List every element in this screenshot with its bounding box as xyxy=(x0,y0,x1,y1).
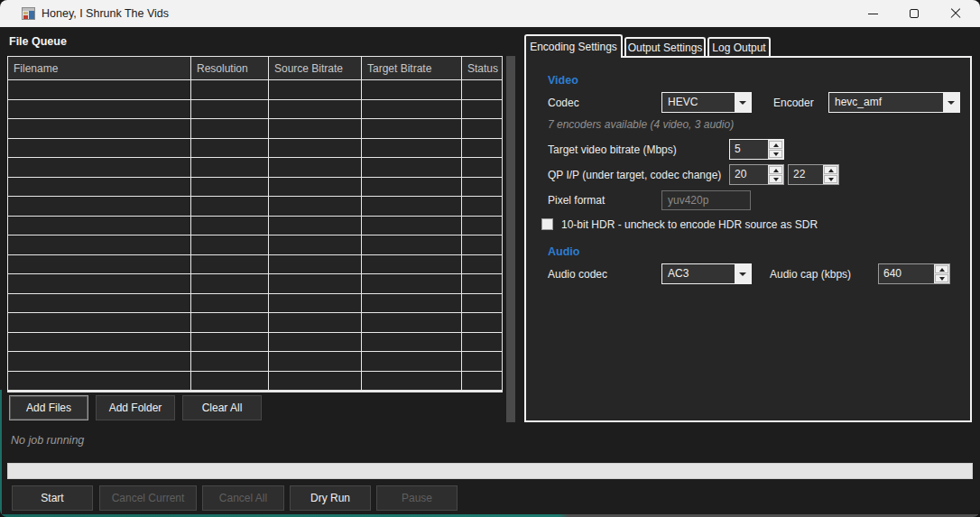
queue-empty-cell xyxy=(269,158,361,177)
queue-empty-cell xyxy=(191,100,268,119)
queue-empty-cell xyxy=(462,235,502,254)
queue-empty-cell xyxy=(8,217,190,235)
stepper-up-icon[interactable] xyxy=(769,166,782,174)
queue-empty-cell xyxy=(462,217,502,235)
start-button[interactable]: Start xyxy=(12,485,93,511)
queue-empty-cell xyxy=(462,80,502,99)
app-icon xyxy=(22,6,36,21)
file-queue-title: File Queue xyxy=(9,35,67,48)
queue-empty-cell xyxy=(462,178,502,197)
column-header-status[interactable]: Status xyxy=(462,57,502,79)
queue-empty-cell xyxy=(8,80,190,99)
pixel-format-label: Pixel format xyxy=(548,194,605,207)
queue-empty-cell xyxy=(269,235,361,254)
add-folder-button[interactable]: Add Folder xyxy=(96,395,175,420)
queue-empty-cell xyxy=(462,294,502,313)
clear-all-button[interactable]: Clear All xyxy=(182,395,262,420)
app-window: Honey, I Shrunk The Vids File Queue File… xyxy=(0,0,980,517)
queue-empty-cell xyxy=(269,333,361,352)
video-section-header: Video xyxy=(548,74,578,87)
panel-splitter[interactable] xyxy=(506,56,515,422)
audio-cap-label: Audio cap (kbps) xyxy=(770,268,851,281)
encoder-dropdown[interactable]: hevc_amf xyxy=(828,92,960,113)
codec-label: Codec xyxy=(548,97,579,109)
queue-empty-cell xyxy=(8,158,190,177)
job-status-text: No job running xyxy=(11,434,84,447)
queue-empty-cell xyxy=(8,274,190,293)
queue-empty-cell xyxy=(362,217,461,235)
stepper-up-icon[interactable] xyxy=(769,141,782,149)
hdr-checkbox-label: 10-bit HDR - uncheck to encode HDR sourc… xyxy=(561,218,818,231)
queue-empty-cell xyxy=(191,235,268,254)
queue-empty-cell xyxy=(462,274,502,293)
stepper-down-icon[interactable] xyxy=(935,274,948,282)
stepper-down-icon[interactable] xyxy=(824,175,837,183)
stepper-up-icon[interactable] xyxy=(824,166,837,174)
queue-empty-cell xyxy=(8,178,190,197)
qp-p-value: 22 xyxy=(789,165,823,184)
tab-encoding-settings[interactable]: Encoding Settings xyxy=(524,34,623,58)
desktop: Honey, I Shrunk The Vids File Queue File… xyxy=(0,0,980,517)
queue-empty-cell xyxy=(362,274,461,293)
hdr-checkbox[interactable] xyxy=(541,218,553,230)
queue-empty-cell xyxy=(191,372,268,391)
queue-empty-cell xyxy=(8,197,190,216)
queue-empty-cell xyxy=(8,372,190,391)
pixel-format-field: yuv420p xyxy=(661,190,751,210)
dry-run-button[interactable]: Dry Run xyxy=(290,485,371,511)
queue-empty-cell xyxy=(362,255,461,274)
column-header-resolution[interactable]: Resolution xyxy=(191,57,268,79)
queue-empty-cell xyxy=(362,119,461,138)
chevron-down-icon[interactable] xyxy=(943,93,959,112)
queue-empty-cell xyxy=(191,274,268,293)
queue-empty-cell xyxy=(191,80,268,99)
window-title: Honey, I Shrunk The Vids xyxy=(42,0,169,27)
qp-label: QP I/P (under target, codec change) xyxy=(548,169,721,181)
queue-empty-cell xyxy=(269,178,361,197)
stepper-down-icon[interactable] xyxy=(769,175,782,183)
add-files-button[interactable]: Add Files xyxy=(9,395,88,420)
audio-cap-stepper[interactable]: 640 xyxy=(878,263,950,284)
stepper-up-icon[interactable] xyxy=(935,265,948,273)
minimize-button[interactable] xyxy=(852,0,893,27)
audio-codec-dropdown[interactable]: AC3 xyxy=(661,263,752,284)
queue-empty-cell xyxy=(362,100,461,119)
queue-empty-cell xyxy=(8,119,190,138)
queue-empty-cell xyxy=(269,139,361,158)
target-bitrate-value: 5 xyxy=(730,140,768,159)
queue-empty-cell xyxy=(269,372,361,391)
window-left-edge xyxy=(0,390,2,517)
queue-empty-cell xyxy=(462,119,502,138)
queue-empty-cell xyxy=(269,119,361,138)
audio-codec-value: AC3 xyxy=(662,264,735,283)
chevron-down-icon[interactable] xyxy=(735,264,751,283)
stepper-down-icon[interactable] xyxy=(769,150,782,158)
tab-log-output[interactable]: Log Output xyxy=(707,37,771,57)
chevron-down-icon[interactable] xyxy=(735,93,751,112)
queue-empty-cell xyxy=(8,235,190,254)
queue-empty-cell xyxy=(269,294,361,313)
queue-empty-cell xyxy=(8,139,190,158)
qp-i-stepper[interactable]: 20 xyxy=(729,164,784,185)
maximize-button[interactable] xyxy=(893,0,935,27)
queue-empty-cell xyxy=(462,372,502,391)
target-bitrate-stepper[interactable]: 5 xyxy=(729,139,784,160)
queue-empty-cell xyxy=(191,139,268,158)
queue-empty-cell xyxy=(269,352,361,371)
queue-empty-cell xyxy=(191,158,268,177)
queue-empty-cell xyxy=(269,274,361,293)
titlebar: Honey, I Shrunk The Vids xyxy=(0,0,980,27)
qp-p-stepper[interactable]: 22 xyxy=(788,164,839,185)
codec-dropdown[interactable]: HEVC xyxy=(661,92,752,113)
pause-button: Pause xyxy=(376,485,458,511)
queue-empty-cell xyxy=(362,139,461,158)
column-header-source-bitrate[interactable]: Source Bitrate xyxy=(269,57,361,79)
column-header-filename[interactable]: Filename xyxy=(8,57,190,79)
close-button[interactable] xyxy=(935,0,976,27)
queue-empty-cell xyxy=(191,119,268,138)
column-header-target-bitrate[interactable]: Target Bitrate xyxy=(362,57,461,79)
queue-empty-cell xyxy=(8,313,190,332)
cancel-current-button: Cancel Current xyxy=(99,485,197,511)
tab-output-settings[interactable]: Output Settings xyxy=(624,37,706,57)
queue-empty-cell xyxy=(462,197,502,216)
